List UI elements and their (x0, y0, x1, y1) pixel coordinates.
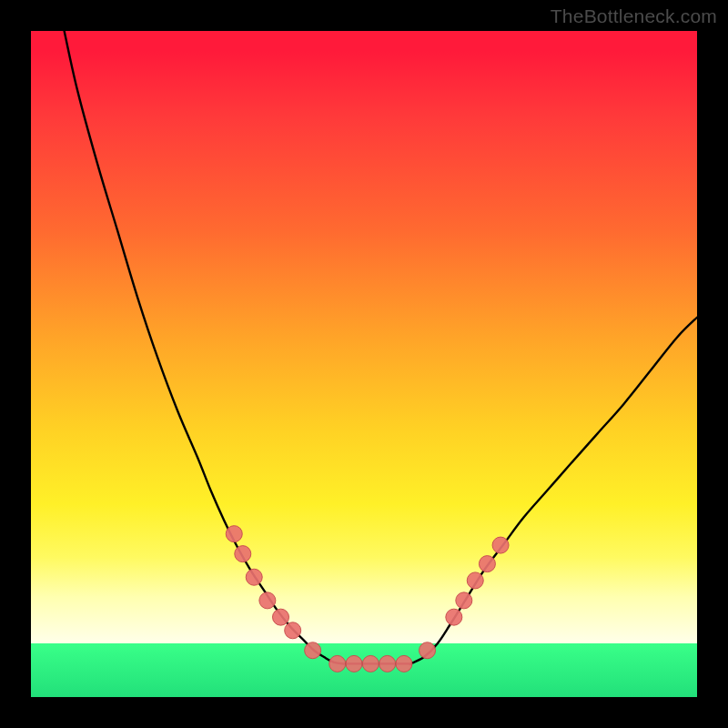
marker-dot (420, 642, 436, 659)
marker-dot (285, 622, 301, 639)
marker-dot (446, 609, 462, 625)
marker-dot (246, 569, 262, 585)
marker-dot (492, 537, 509, 553)
marker-dot (259, 592, 276, 609)
marker-dot (379, 655, 396, 672)
marker-dot (467, 572, 483, 589)
chart-plot-area (31, 31, 697, 697)
marker-dot (226, 526, 242, 542)
marker-dot (329, 655, 346, 672)
marker-dot (305, 642, 321, 659)
watermark-text: TheBottleneck.com (551, 5, 717, 27)
chart-svg (31, 31, 697, 697)
chart-frame: TheBottleneck.com (0, 0, 728, 728)
bottleneck-curve (65, 31, 697, 664)
marker-layer (226, 526, 509, 672)
marker-dot (235, 546, 251, 562)
marker-dot (396, 655, 412, 672)
marker-dot (346, 655, 362, 672)
marker-dot (273, 609, 289, 625)
curve-layer (65, 31, 697, 664)
marker-dot (456, 592, 472, 609)
marker-dot (479, 556, 495, 572)
marker-dot (362, 655, 379, 672)
